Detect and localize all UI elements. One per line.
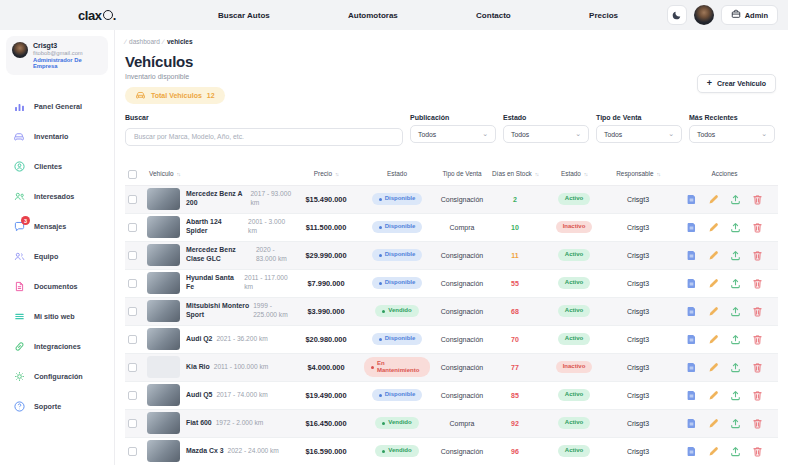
publish-action-button[interactable] [730,221,742,233]
table-header: Vehículo↑↓Precio↑↓EstadoTipo de VentaDía… [125,164,778,186]
sidebar-item-mi-sitio-web[interactable]: Mi sitio web [0,301,114,331]
edit-action-button[interactable] [708,193,720,205]
publish-action-button[interactable] [730,333,742,345]
view-action-button[interactable] [686,361,698,373]
vehicle-row[interactable]: Mercedez Benz A 2002017 - 93.000 km$15.4… [125,186,778,214]
breadcrumb-dashboard[interactable]: dashboard [129,38,160,45]
search-input[interactable] [125,128,403,146]
column-header-responsable[interactable]: Responsable↑↓ [605,170,671,178]
delete-action-button[interactable] [752,333,764,345]
select-all-checkbox[interactable] [128,170,137,179]
edit-action-button[interactable] [708,417,720,429]
view-action-button[interactable] [686,249,698,261]
user-avatar[interactable] [694,5,714,25]
view-action-button[interactable] [686,221,698,233]
edit-action-button[interactable] [708,305,720,317]
view-action-button[interactable] [686,389,698,401]
sidebar-item-integraciones[interactable]: Integraciones [0,331,114,361]
dark-mode-toggle[interactable] [667,5,687,25]
delete-action-button[interactable] [752,417,764,429]
publish-action-button[interactable] [730,277,742,289]
row-checkbox[interactable] [128,307,137,316]
sidebar-item-equipo[interactable]: Equipo [0,241,114,271]
vehicle-row[interactable]: Abarth 124 Spider2001 - 3.000 km$11.500.… [125,214,778,242]
sidebar-item-documentos[interactable]: Documentos [0,271,114,301]
sort-icon[interactable]: ↑↓ [177,171,180,178]
sort-icon[interactable]: ↑↓ [535,171,538,178]
nav-link-buscar-autos[interactable]: Buscar Autos [218,11,270,20]
publish-action-button[interactable] [730,417,742,429]
edit-action-button[interactable] [708,277,720,289]
publish-action-button[interactable] [730,193,742,205]
delete-action-button[interactable] [752,361,764,373]
sidebar-item-configuracion[interactable]: Configuración [0,361,114,391]
vehicle-row[interactable]: Audi Q22021 - 36.200 km$20.980.000Dispon… [125,326,778,354]
vehicle-row[interactable]: Fiat 6001972 - 2.000 km$16.450.000Vendid… [125,410,778,438]
sort-icon[interactable]: ↑↓ [657,171,660,178]
sidebar-item-mensajes[interactable]: 3Mensajes [0,211,114,241]
sidebar-item-panel-general[interactable]: Panel General [0,91,114,121]
delete-action-button[interactable] [752,445,764,457]
delete-action-button[interactable] [752,305,764,317]
delete-action-button[interactable] [752,277,764,289]
edit-action-button[interactable] [708,249,720,261]
nav-link-automotoras[interactable]: Automotoras [348,11,398,20]
row-checkbox[interactable] [128,419,137,428]
edit-action-button[interactable] [708,221,720,233]
row-checkbox[interactable] [128,363,137,372]
delete-action-button[interactable] [752,249,764,261]
publish-action-button[interactable] [730,305,742,317]
publish-action-button[interactable] [730,249,742,261]
vehicle-row[interactable]: Audi Q52017 - 74.000 km$19.490.000Dispon… [125,382,778,410]
publish-action-button[interactable] [730,445,742,457]
view-action-button[interactable] [686,333,698,345]
row-checkbox[interactable] [128,391,137,400]
vehicle-row[interactable]: Kia Rio2011 - 100.000 km$4.000.000En Man… [125,354,778,382]
delete-action-button[interactable] [752,389,764,401]
row-checkbox[interactable] [128,279,137,288]
view-action-button[interactable] [686,193,698,205]
column-header-precio[interactable]: Precio↑↓ [295,170,357,178]
vehicle-row[interactable]: Hyundai Santa Fe2011 - 117.000 km$7.990.… [125,270,778,298]
row-checkbox[interactable] [128,447,137,456]
breadcrumb-vehicles[interactable]: vehicles [167,38,193,45]
column-header-estado-2[interactable]: Estado↑↓ [543,170,605,178]
edit-action-button[interactable] [708,389,720,401]
edit-action-button[interactable] [708,333,720,345]
publish-action-button[interactable] [730,389,742,401]
vehicle-row[interactable]: Mitsubishi Montero Sport1999 - 225.000 k… [125,298,778,326]
publication-select[interactable]: Todos ⌄ [410,125,496,143]
delete-action-button[interactable] [752,221,764,233]
publish-action-button[interactable] [730,361,742,373]
sidebar-item-inventario[interactable]: Inventario [0,121,114,151]
vehicle-row[interactable]: Mercedez Benz Clase GLC2020 - 83.000 km$… [125,242,778,270]
recency-select[interactable]: Todos ⌄ [689,125,775,143]
sidebar-item-interesados[interactable]: Interesados [0,181,114,211]
view-action-button[interactable] [686,445,698,457]
sidebar-item-soporte[interactable]: Soporte [0,391,114,421]
sort-icon[interactable]: ↑↓ [584,171,587,178]
edit-action-button[interactable] [708,445,720,457]
edit-action-button[interactable] [708,361,720,373]
vehicle-row[interactable]: Mazda Cx 32022 - 24.000 km$16.590.000Ven… [125,438,778,465]
row-checkbox[interactable] [128,335,137,344]
sidebar-item-clientes[interactable]: Clientes [0,151,114,181]
sale-type-select[interactable]: Todos ⌄ [596,125,682,143]
delete-action-button[interactable] [752,193,764,205]
view-action-button[interactable] [686,277,698,289]
view-action-button[interactable] [686,417,698,429]
create-vehicle-button[interactable]: + Crear Vehículo [697,74,776,93]
brand-logo[interactable]: clax. [78,8,116,23]
nav-link-contacto[interactable]: Contacto [476,11,511,20]
sort-icon[interactable]: ↑↓ [335,171,338,178]
column-header-dias-en-stock[interactable]: Días en Stock↑↓ [487,170,543,178]
nav-link-precios[interactable]: Precios [589,11,618,20]
status-select[interactable]: Todos ⌄ [503,125,589,143]
row-checkbox[interactable] [128,223,137,232]
admin-button[interactable]: Admin [721,5,778,25]
column-header-vehiculo[interactable]: Vehículo↑↓ [147,170,295,178]
view-action-button[interactable] [686,305,698,317]
row-checkbox[interactable] [128,251,137,260]
row-checkbox[interactable] [128,195,137,204]
user-card[interactable]: Crisgt3 fitobob@gmail.com Administrador … [6,36,108,75]
